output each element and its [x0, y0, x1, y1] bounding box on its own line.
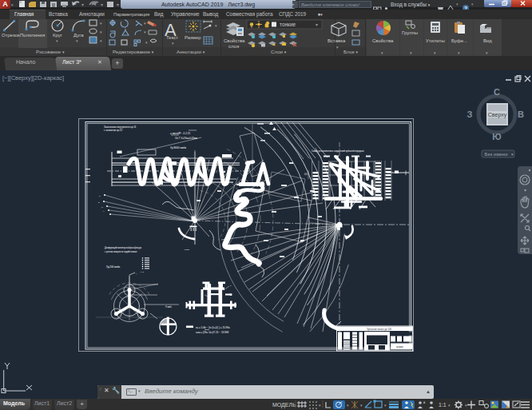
svg-text:▾: ▾ — [81, 2, 84, 7]
svg-text:слоя: слоя — [228, 44, 239, 49]
svg-text:с учетом мощности задействован: с учетом мощности задействован — [105, 250, 137, 253]
svg-text:▾: ▾ — [347, 403, 349, 408]
svg-text:с захватом кр.22: с захватом кр.22 — [104, 129, 122, 132]
svg-text:Ю: Ю — [492, 132, 501, 141]
svg-text:Без имени: Без имени — [484, 152, 507, 157]
svg-text:▾: ▾ — [100, 38, 102, 43]
svg-text:Утилиты: Утилиты — [426, 38, 445, 43]
svg-text:⌀ мм м0Р¹ √1.2.25: ⌀ мм м0Р¹ √1.2.25 — [170, 132, 190, 135]
svg-text:▾: ▾ — [384, 403, 387, 408]
svg-text:С: С — [494, 87, 500, 97]
svg-text:▾: ▾ — [144, 21, 146, 26]
svg-text:Буфе...: Буфе... — [451, 38, 467, 43]
svg-text:▾: ▾ — [215, 23, 217, 28]
svg-text:▾: ▾ — [448, 403, 451, 408]
svg-text:0,5: 0,5 — [304, 173, 308, 176]
svg-text:штурм: штурм — [396, 345, 403, 348]
svg-text:Закаточная внутренняя кр.11: Закаточная внутренняя кр.11 — [104, 125, 137, 129]
svg-text:Группы: Группы — [402, 30, 418, 35]
svg-text:Текст: Текст — [166, 35, 178, 40]
svg-text:▾: ▾ — [172, 41, 174, 46]
svg-text:Сверху: Сверху — [488, 112, 507, 118]
svg-text:Зубчатый захват до 100: Зубчатый захват до 100 — [367, 328, 392, 331]
svg-text:З: З — [467, 109, 473, 119]
svg-text:▾: ▾ — [524, 188, 526, 193]
svg-text:Ур.8000 мм/м: Ур.8000 мм/м — [170, 146, 186, 149]
svg-text:S мм: S мм — [185, 249, 189, 251]
svg-text:Уд.200 мм/м: Уд.200 мм/м — [106, 265, 120, 269]
svg-text:▾: ▾ — [144, 30, 146, 34]
svg-text:№ = 5.0b − 2а·(λ+(λ)´) = 15.99: № = 5.0b − 2а·(λ+(λ)´) = 15.99а — [196, 326, 230, 329]
svg-text:ᴬ: ᴬ — [423, 400, 426, 405]
svg-text:▾: ▾ — [145, 40, 148, 45]
svg-text:Полилиния: Полилиния — [20, 33, 45, 38]
svg-text:Вид: Вид — [483, 38, 492, 43]
svg-text:▾: ▾ — [101, 2, 103, 7]
svg-text:▾: ▾ — [100, 21, 102, 26]
svg-text:▾: ▾ — [336, 45, 339, 50]
svg-text:к=3: к=3 — [141, 271, 144, 273]
svg-text:Дозирующий монитор выброса/рес: Дозирующий монитор выброса/ресурс — [105, 246, 142, 249]
svg-text:МОДЕЛЬ: МОДЕЛЬ — [272, 402, 296, 408]
svg-text:Размер: Размер — [185, 35, 201, 40]
svg-text:Вставка: Вставка — [328, 38, 346, 43]
svg-text:▾: ▾ — [360, 403, 363, 408]
svg-text:г: г — [136, 273, 137, 275]
svg-text:№м = (23а−2а²)/7.25 − 13.998: №м = (23а−2а²)/7.25 − 13.998 — [196, 331, 228, 334]
svg-text:▾: ▾ — [465, 403, 467, 408]
svg-text:V мм/с: V мм/с — [165, 305, 173, 308]
svg-text:▾: ▾ — [100, 30, 102, 34]
svg-text:1:1: 1:1 — [439, 402, 447, 408]
svg-text:▾: ▾ — [76, 38, 78, 43]
svg-text:Дуга: Дуга — [73, 33, 84, 38]
svg-text:Отрезок: Отрезок — [2, 33, 20, 38]
svg-text:▾: ▾ — [117, 2, 119, 7]
svg-text:Круг: Круг — [53, 33, 63, 38]
svg-text:▾: ▾ — [56, 38, 58, 43]
svg-text:▾: ▾ — [319, 403, 321, 408]
svg-text:В: В — [518, 109, 524, 119]
svg-text:Свойства: Свойства — [372, 38, 394, 43]
svg-text:▾: ▾ — [316, 22, 318, 27]
svg-text:Гамма установленные соединений: Гамма установленные соединений зубчатой … — [312, 149, 364, 153]
svg-text:Свойства: Свойства — [224, 38, 245, 43]
svg-text:тонкие: тонкие — [280, 22, 296, 27]
svg-text:Ок.Т У=19м=0.42мм: Ок.Т У=19м=0.42мм — [175, 137, 197, 140]
